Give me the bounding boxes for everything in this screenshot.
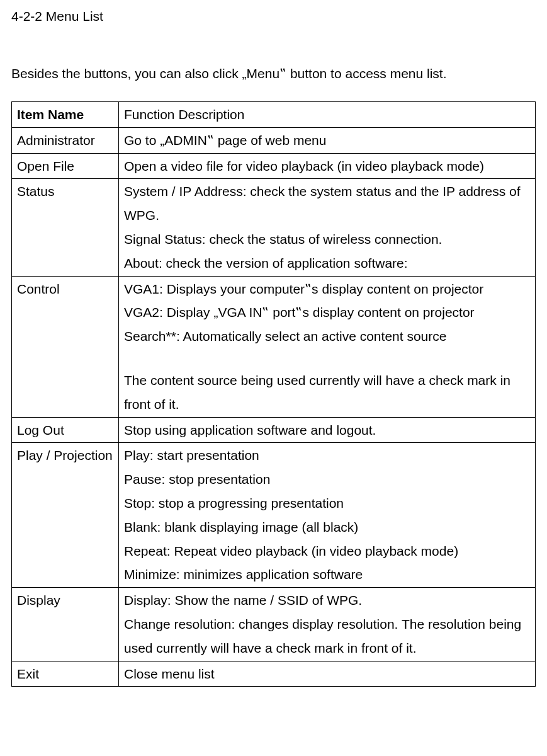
desc-line: VGA2: Display „VGA IN‟ port‟s display co… — [124, 305, 475, 319]
item-name: Administrator — [12, 127, 119, 153]
table-header-row: Item Name Function Description — [12, 102, 536, 128]
desc-line: Repeat: Repeat video playback (in video … — [124, 544, 458, 558]
desc-line: Pause: stop presentation — [124, 472, 270, 486]
header-desc: Function Description — [119, 102, 536, 128]
table-row: Administrator Go to „ADMIN‟ page of web … — [12, 127, 536, 153]
desc-line: About: check the version of application … — [124, 256, 408, 270]
desc-line: System / IP Address: check the system st… — [124, 184, 521, 222]
desc-line: Search**: Automatically select an active… — [124, 329, 446, 343]
item-desc: Close menu list — [119, 661, 536, 687]
item-desc: Go to „ADMIN‟ page of web menu — [119, 127, 536, 153]
header-item-name: Item Name — [12, 102, 119, 128]
table-row: Log Out Stop using application software … — [12, 417, 536, 443]
item-name: Log Out — [12, 417, 119, 443]
menu-table: Item Name Function Description Administr… — [11, 101, 536, 687]
desc-line: Display: Show the name / SSID of WPG. — [124, 593, 362, 607]
item-name: Play / Projection — [12, 443, 119, 588]
table-row: Exit Close menu list — [12, 661, 536, 687]
desc-line: Blank: blank displaying image (all black… — [124, 520, 358, 534]
item-desc: Display: Show the name / SSID of WPG. Ch… — [119, 588, 536, 661]
desc-line: Play: start presentation — [124, 448, 259, 462]
item-desc: Stop using application software and logo… — [119, 417, 536, 443]
desc-line: Signal Status: check the status of wirel… — [124, 232, 442, 246]
item-desc: VGA1: Displays your computer‟s display c… — [119, 276, 536, 417]
desc-line: The content source being used currently … — [124, 373, 510, 411]
table-row: Status System / IP Address: check the sy… — [12, 179, 536, 276]
item-desc: System / IP Address: check the system st… — [119, 179, 536, 276]
table-row: Play / Projection Play: start presentati… — [12, 443, 536, 588]
table-row: Open File Open a video file for video pl… — [12, 153, 536, 179]
item-name: Display — [12, 588, 119, 661]
intro-text: Besides the buttons, you can also click … — [11, 64, 536, 84]
blank-line — [124, 348, 530, 369]
item-name: Open File — [12, 153, 119, 179]
table-row: Control VGA1: Displays your computer‟s d… — [12, 276, 536, 417]
item-desc: Play: start presentation Pause: stop pre… — [119, 443, 536, 588]
table-row: Display Display: Show the name / SSID of… — [12, 588, 536, 661]
desc-line: Stop: stop a progressing presentation — [124, 496, 344, 510]
item-name: Control — [12, 276, 119, 417]
section-heading: 4-2-2 Menu List — [11, 6, 536, 27]
item-desc: Open a video file for video playback (in… — [119, 153, 536, 179]
desc-line: VGA1: Displays your computer‟s display c… — [124, 282, 483, 296]
item-name: Exit — [12, 661, 119, 687]
item-name: Status — [12, 179, 119, 276]
desc-line: Change resolution: changes display resol… — [124, 617, 521, 655]
desc-line: Minimize: minimizes application software — [124, 567, 363, 581]
